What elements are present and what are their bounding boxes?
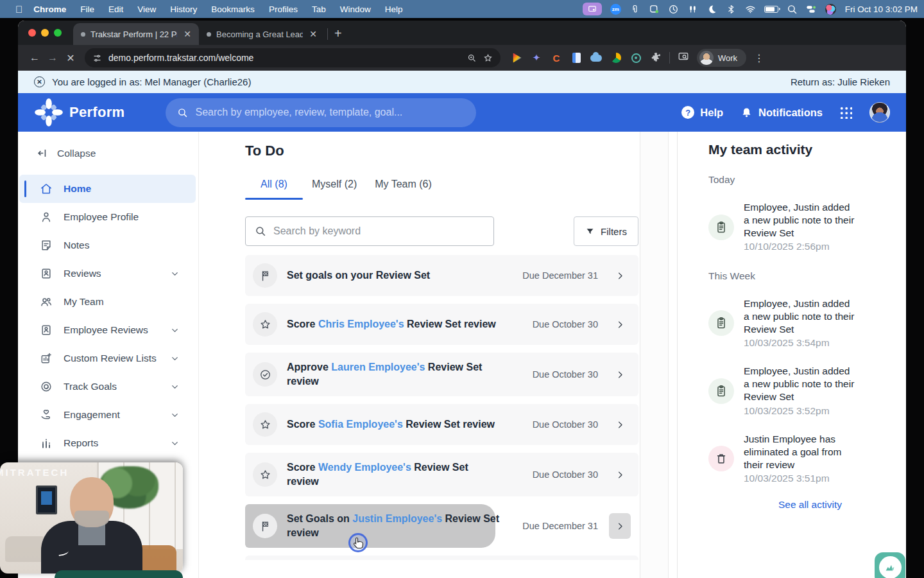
forward-button[interactable]: → — [44, 52, 62, 64]
menu-profiles[interactable]: Profiles — [262, 4, 305, 14]
battery-icon[interactable] — [764, 3, 778, 15]
menu-help[interactable]: Help — [378, 4, 410, 14]
walkthrough-widget-button[interactable] — [875, 552, 905, 578]
filters-button[interactable]: Filters — [574, 216, 638, 246]
menu-history[interactable]: History — [163, 4, 204, 14]
notifications-button[interactable]: Notifications — [740, 107, 823, 119]
menu-chrome[interactable]: Chrome — [26, 4, 73, 14]
keyword-search[interactable] — [245, 216, 494, 246]
extension-puzzle-icon[interactable] — [650, 52, 662, 64]
sidebar-item-track-goals[interactable]: Track Goals — [19, 372, 196, 401]
new-tab-button[interactable]: + — [334, 26, 342, 41]
extension-sparkle-icon[interactable]: ✦ — [531, 52, 542, 64]
browser-tab-active[interactable]: Trakstar Perform | 22 Platform ✕ — [73, 23, 199, 45]
extension-teal-ring-icon[interactable] — [630, 52, 642, 64]
sidebar-item-my-team[interactable]: My Team — [19, 288, 196, 316]
screen-mirroring-icon[interactable] — [583, 3, 602, 15]
webcam-overlay[interactable]: MITRATECH — [0, 462, 183, 574]
perform-logo-icon[interactable] — [34, 98, 64, 127]
sidebar-item-custom-review-lists[interactable]: Custom Review Lists — [19, 344, 196, 372]
help-button[interactable]: ? Help — [681, 106, 723, 119]
sidebar-item-employee-profile[interactable]: Employee Profile — [19, 203, 196, 231]
tab-myself-2[interactable]: Myself (2) — [303, 179, 366, 200]
task-open-button[interactable] — [609, 362, 631, 387]
menubar-clock[interactable]: Fri Oct 10 3:02 PM — [845, 4, 918, 14]
sidebar-item-employee-reviews[interactable]: Employee Reviews — [19, 316, 196, 344]
scrollbar-gutter[interactable] — [640, 132, 669, 578]
keyword-search-input[interactable] — [273, 225, 484, 237]
task-employee-link[interactable]: Wendy Employee's — [318, 462, 411, 473]
browser-tab-inactive[interactable]: Becoming a Great Leader ✕ — [199, 23, 325, 45]
menu-edit[interactable]: Edit — [101, 4, 130, 14]
app-grid-icon[interactable] — [840, 107, 852, 119]
paperclip-icon[interactable] — [629, 3, 640, 15]
task-row[interactable]: Score Sofia Employee's Review Set review… — [245, 404, 638, 445]
task-row[interactable]: Score Wendy Employee's Review Set review… — [245, 453, 638, 496]
control-center-icon[interactable] — [806, 3, 817, 15]
task-open-button[interactable] — [609, 311, 631, 337]
brand-name[interactable]: Perform — [69, 104, 124, 121]
wifi-icon[interactable] — [745, 3, 756, 15]
task-employee-link[interactable]: Lauren Employee's — [331, 362, 425, 372]
minimize-window-button[interactable] — [41, 29, 49, 37]
task-row[interactable]: Score Chris Employee's Review Set review… — [245, 304, 638, 345]
dismiss-banner-icon[interactable]: ✕ — [34, 76, 45, 87]
address-bar[interactable]: demo.perform.trakstar.com/welcome — [85, 48, 501, 67]
task-open-button[interactable] — [609, 513, 631, 539]
spotlight-icon[interactable] — [787, 3, 798, 15]
extension-cloud-blue-icon[interactable] — [590, 52, 602, 64]
bluetooth-icon[interactable] — [726, 3, 737, 15]
sidebar-item-notes[interactable]: Notes — [19, 231, 196, 259]
extension-pie-circle-icon[interactable] — [610, 52, 622, 64]
task-employee-link[interactable]: Justin Employee's — [352, 513, 442, 524]
return-as-link[interactable]: Return as: Julie Rieken — [791, 76, 890, 87]
task-open-button[interactable] — [609, 263, 631, 288]
stop-reload-button[interactable]: ✕ — [62, 52, 80, 64]
zoom-app-icon[interactable]: zm — [610, 3, 621, 15]
collapse-sidebar-button[interactable]: Collapse — [37, 147, 198, 159]
menu-tab[interactable]: Tab — [305, 4, 333, 14]
task-employee-link[interactable]: Chris Employee's — [318, 319, 404, 329]
apple-menu-icon[interactable]:  — [15, 4, 22, 15]
back-button[interactable]: ← — [26, 52, 44, 64]
zoom-window-button[interactable] — [54, 29, 62, 37]
sidebar-item-reports[interactable]: Reports — [19, 429, 196, 457]
tab-my-team-6[interactable]: My Team (6) — [366, 179, 441, 200]
close-window-button[interactable] — [28, 29, 36, 37]
activity-item[interactable]: Employee, Justin added a new public note… — [708, 297, 906, 350]
tab-close-icon[interactable]: ✕ — [182, 29, 193, 39]
extension-doc-blue-icon[interactable] — [570, 52, 582, 64]
task-row[interactable]: Set Goals on Justin Employee's Review Se… — [245, 504, 638, 548]
extension-colored-arrow-icon[interactable] — [511, 52, 522, 64]
task-row[interactable]: Approve Lauren Employee's Review Set rev… — [245, 353, 638, 396]
activity-item[interactable]: Employee, Justin added a new public note… — [708, 365, 906, 417]
activity-item[interactable]: Justin Employee has eliminated a goal fr… — [708, 433, 906, 486]
browser-menu-button[interactable]: ⋮ — [754, 52, 764, 64]
bookmark-star-icon[interactable] — [483, 53, 493, 63]
sidebar-item-reviews[interactable]: Reviews — [19, 259, 196, 288]
sidebar-item-home[interactable]: Home — [19, 175, 196, 203]
activity-item[interactable]: Employee, Justin added a new public note… — [708, 201, 906, 254]
screen-time-icon[interactable] — [668, 3, 679, 15]
menu-bookmarks[interactable]: Bookmarks — [204, 4, 262, 14]
screen-capture-icon[interactable] — [678, 51, 689, 65]
global-search-input[interactable] — [195, 107, 465, 118]
focus-moon-icon[interactable] — [706, 3, 717, 15]
see-all-activity-link[interactable]: See all activity — [708, 499, 906, 511]
site-settings-icon[interactable] — [92, 53, 102, 63]
menu-window[interactable]: Window — [333, 4, 378, 14]
menu-view[interactable]: View — [130, 4, 163, 14]
shield-badge-icon[interactable] — [649, 3, 660, 15]
browser-profile-button[interactable]: Work — [697, 49, 746, 67]
task-open-button[interactable] — [609, 412, 631, 437]
airpods-icon[interactable] — [687, 3, 698, 15]
task-employee-link[interactable]: Sofia Employee's — [318, 419, 403, 430]
sidebar-item-engagement[interactable]: Engagement — [19, 401, 196, 429]
menu-file[interactable]: File — [73, 4, 101, 14]
task-open-button[interactable] — [609, 462, 631, 487]
siri-icon[interactable] — [825, 3, 836, 15]
global-search[interactable] — [166, 98, 476, 127]
tab-all-8[interactable]: All (8) — [245, 179, 303, 200]
zoom-page-icon[interactable] — [467, 53, 477, 63]
task-row[interactable]: Set goals on your Review Set Due Decembe… — [245, 255, 638, 296]
